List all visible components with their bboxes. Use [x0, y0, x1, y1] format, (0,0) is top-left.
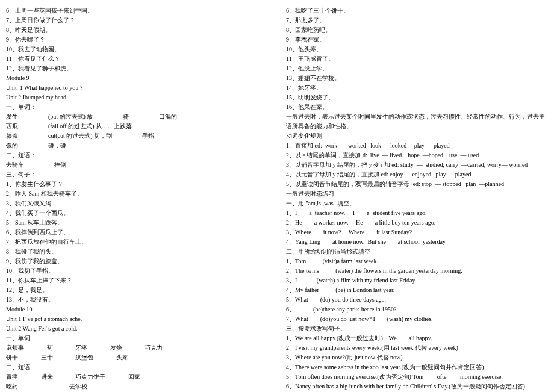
text-line: 西瓜 (fall off 的过去式) 从……上跌落 — [6, 122, 268, 131]
text-line: 4、My father (be) in London last year. — [286, 285, 548, 295]
left-column: 6、上周一些英国孩子来到中国。7、上周日你做了什么了？8、昨天是假期。9、你去哪… — [6, 6, 268, 392]
text-line: 5、What (do) you do three days ago. — [286, 295, 548, 305]
text-line: 一、单词： — [6, 102, 268, 112]
text-line: 6、上周一些英国孩子来到中国。 — [6, 6, 268, 16]
text-line: 1、Tom (visit)a farm last week. — [286, 257, 548, 266]
text-line: 1、I a teacher now. I a student five year… — [286, 208, 548, 218]
text-line: 11、你看见了什么？ — [6, 54, 268, 64]
text-line: 二、短语 — [6, 362, 268, 372]
text-line: 三、句子： — [6, 170, 268, 179]
text-line: 5、Sam 从车上跌落。 — [6, 218, 268, 228]
text-line: Module 10 — [6, 305, 268, 314]
right-column: 6、我吃了三十个饼干。7、那太多了。8、回家吃药吧。9、李杰在家。10、他头疼。… — [286, 6, 548, 392]
text-line: 7、What (do)you do just now? I (wash) my … — [286, 314, 548, 324]
text-line: 6、 (be)there any parks heere in 1950? — [286, 305, 548, 314]
text-line: 7、把西瓜放在他的自行车上。 — [6, 237, 268, 247]
text-line: 2、The twins (water) the flowers in the g… — [286, 266, 548, 276]
document-page: 6、上周一些英国孩子来到中国。7、上周日你做了什么了？8、昨天是假期。9、你去哪… — [6, 6, 548, 392]
text-line: 16、他呆在家。 — [286, 102, 548, 112]
text-line: 9、我伤了我的膝盖。 — [6, 257, 268, 266]
text-line: 6、我吃了三十个饼干。 — [286, 6, 548, 16]
text-line: 二、短语： — [6, 151, 268, 160]
text-line: 3、Where it now? Where it last Sunday? — [286, 228, 548, 237]
text-line: 一般过去时：表示过去某个时间里发生的动作或状态；过去习惯性、经常性的动作、行为；… — [286, 112, 548, 131]
text-line: 2、I visit my grandparents every week.(用 … — [286, 343, 548, 353]
text-line: 10、他头疼。 — [286, 45, 548, 54]
text-line: 8、回家吃药吧。 — [286, 25, 548, 35]
text-line: 3、以辅音字母加 y 结尾的，把 y 变 i 加 ed: study ― stu… — [286, 160, 548, 170]
text-line: 胃痛 进来 巧克力饼干 回家 — [6, 372, 268, 382]
text-line: 10、我切了手指。 — [6, 266, 268, 276]
text-line: 12、他没上学。 — [286, 64, 548, 73]
text-line: 2、以 e 结尾的单词，直接加 d: live ― lived hope ―ho… — [286, 151, 548, 160]
text-line: 10、我去了动物园。 — [6, 45, 268, 54]
text-line: 7、那太多了。 — [286, 16, 548, 25]
text-line: Unit 2 Wang Fei' s got a cold. — [6, 324, 268, 334]
text-line: 麻烦事 药 牙疼 发烧 巧克力 — [6, 343, 268, 353]
text-line: 3、I (watch) a film with my friend last F… — [286, 276, 548, 285]
text-line: 2、昨天 Sam 和我去骑车了。 — [6, 189, 268, 199]
text-line: 4、以元音字母加 y 结尾的，直接加 ed: enjoy ―enjoyed pl… — [286, 170, 548, 179]
text-line: 1、直接加 ed: work ― worked look ―looked pla… — [286, 141, 548, 151]
text-line: Unit 2 Ibumped my head. — [6, 93, 268, 102]
text-line: 11、王飞感冒了。 — [286, 54, 548, 64]
text-line: 1、你发生什么事了？ — [6, 179, 268, 189]
text-line: 13、不，我没有。 — [6, 295, 268, 305]
text-line: 3、我们又饿又渴 — [6, 199, 268, 208]
text-line: 9、你去哪了？ — [6, 35, 268, 45]
text-line: 4、There were some zebras in the zoo last… — [286, 362, 548, 372]
text-line: 2、He a worker now. He a little boy ten y… — [286, 218, 548, 228]
text-line: 饼干 三十 汉堡包 头疼 — [6, 353, 268, 362]
text-line: 15、明明发烧了。 — [286, 93, 548, 102]
text-line: 吃药 去学校 — [6, 382, 268, 391]
text-line: 一、单词 — [6, 334, 268, 343]
text-line: 6、Nancy often has a big lunch with her f… — [286, 382, 548, 391]
text-line: 13、姗姗不在学校。 — [286, 73, 548, 83]
text-line: 6、我摔倒到西瓜上了。 — [6, 228, 268, 237]
text-line: Module 9 — [6, 73, 268, 83]
text-line: Unit 1 I' ve got a stomach ache. — [6, 314, 268, 324]
text-line: 9、李杰在家。 — [286, 35, 548, 45]
text-line: 8、我碰了我的头。 — [6, 247, 268, 257]
text-line: 12、是，我是。 — [6, 285, 268, 295]
text-line: 4、我们买了一个西瓜。 — [6, 208, 268, 218]
text-line: 8、昨天是假期。 — [6, 25, 268, 35]
text-line: 二、用所给动词的适当形式填空 — [286, 247, 548, 257]
text-line: 14、她牙疼。 — [286, 83, 548, 93]
text-line: 1、We are all happy.(改成一般过去时) We all happ… — [286, 334, 548, 343]
text-line: 11、你从车上摔了下来？ — [6, 276, 268, 285]
text-line: 三、按要求改写句子。 — [286, 324, 548, 334]
text-line: 去骑车 摔倒 — [6, 160, 268, 170]
text-line: 动词变化规则 — [286, 131, 548, 141]
text-line: 饿的 碰，碰 — [6, 141, 268, 151]
text-line: Unit 1 What happened to you ? — [6, 83, 268, 93]
text-line: 一般过去时态练习 — [286, 189, 548, 199]
text-line: 7、上周日你做了什么了？ — [6, 16, 268, 25]
text-line: 12、我看见了狮子和虎。 — [6, 64, 268, 73]
text-line: 5、Tom often does morning exercise.(改为否定句… — [286, 372, 548, 382]
text-line: 一、用 "am,is ,was" 填空。 — [286, 199, 548, 208]
text-line: 5、以重读闭音节结尾的，双写最后的辅音字母+ed: stop ― stopped… — [286, 179, 548, 189]
text-line: 4、Yang Ling at home now. But she at scho… — [286, 237, 548, 247]
text-line: 膝盖 cut(cut 的过去式) 切，割 手指 — [6, 131, 268, 141]
text-line: 3、Where are you now?(用 just now 代替 now) — [286, 353, 548, 362]
text-line: 发生 (put 的过去式) 放 骑 口渴的 — [6, 112, 268, 122]
